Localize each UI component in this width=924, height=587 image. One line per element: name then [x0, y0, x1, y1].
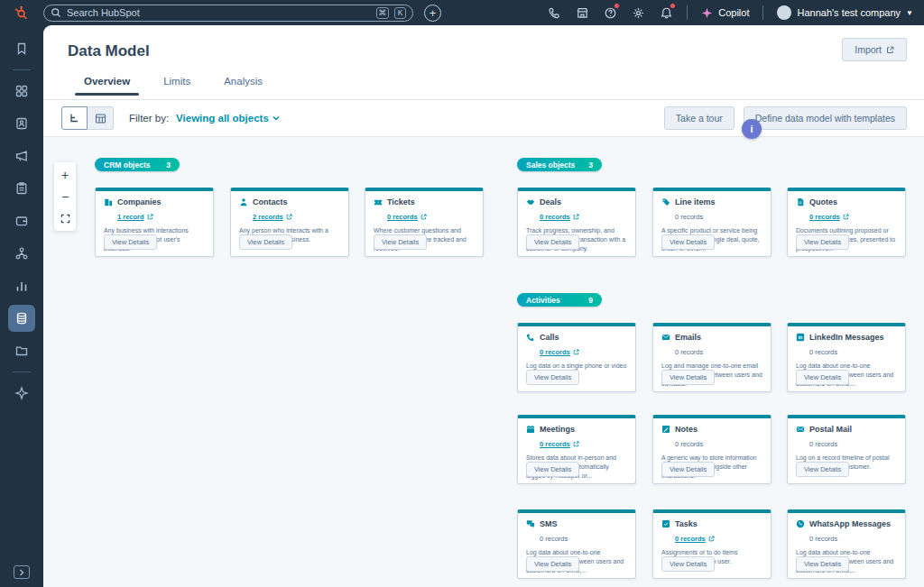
view-details-button[interactable]: View Details [374, 234, 427, 250]
tab-overview[interactable]: Overview [84, 76, 130, 96]
sidebar-item-ai[interactable] [8, 377, 35, 409]
settings-icon[interactable] [631, 5, 645, 20]
fullscreen-icon [60, 214, 70, 224]
view-details-button[interactable]: View Details [526, 234, 579, 250]
view-details-button[interactable]: View Details [796, 556, 849, 572]
group-name: CRM objects [104, 161, 150, 170]
view-details-button[interactable]: View Details [796, 234, 849, 250]
records-link[interactable]: 1 record [117, 213, 153, 221]
define-data-model-button[interactable]: Define data model with templates [744, 106, 907, 130]
app-window: ⌘ K + Copilot [0, 0, 924, 587]
object-card[interactable]: Line items 0 records A specific product … [652, 188, 772, 257]
notifications-icon[interactable] [659, 5, 673, 20]
envelope-icon [661, 333, 670, 342]
view-details-button[interactable]: View Details [661, 556, 715, 572]
object-card[interactable]: Emails 0 records Log and manage one-to-o… [652, 323, 772, 392]
tab-limits[interactable]: Limits [163, 76, 190, 96]
view-details-button[interactable]: View Details [796, 370, 849, 385]
view-toggle-group [61, 106, 114, 130]
group-pill: Sales objects 3 [517, 158, 602, 171]
zoom-out-button[interactable]: − [54, 186, 76, 207]
marketplace-icon[interactable] [575, 5, 589, 20]
object-card[interactable]: Quotes 0 records Documents outlining pro… [787, 188, 906, 257]
phone-icon[interactable] [547, 5, 561, 20]
object-card[interactable]: Meetings 0 records Stores data about in-… [517, 415, 636, 484]
object-card[interactable]: Contacts 2 records Any person who intera… [230, 188, 349, 257]
object-card[interactable]: Companies 1 record Any business with int… [95, 188, 214, 257]
create-button[interactable]: + [424, 5, 441, 22]
view-details-button[interactable]: View Details [104, 234, 157, 250]
external-link-icon [573, 214, 579, 220]
view-details-button[interactable]: View Details [661, 234, 715, 250]
records-link[interactable]: 0 records [387, 213, 427, 221]
records-link[interactable]: 0 records [540, 213, 579, 221]
view-details-button[interactable]: View Details [526, 556, 579, 572]
view-details-button[interactable]: View Details [661, 462, 715, 477]
tab-bar: Overview Limits Analysis [84, 76, 263, 96]
info-badge[interactable]: i [742, 119, 762, 139]
hubspot-logo-icon[interactable] [0, 5, 43, 20]
view-details-button[interactable]: View Details [661, 370, 715, 385]
table-view-icon [95, 113, 106, 124]
ticket-icon [374, 197, 383, 206]
group-count-badge: 3 [166, 161, 171, 170]
sidebar-item-automations[interactable] [8, 237, 35, 270]
records-link[interactable]: 2 records [253, 213, 292, 221]
view-details-button[interactable]: View Details [526, 462, 579, 477]
help-icon[interactable] [603, 5, 617, 20]
global-search[interactable]: ⌘ K [43, 5, 413, 22]
records-link[interactable]: 0 records [540, 348, 579, 356]
sidebar-item-library[interactable] [8, 335, 35, 367]
view-details-button[interactable]: View Details [796, 462, 849, 477]
sidebar-item-content[interactable] [8, 172, 35, 205]
import-button[interactable]: Import [842, 38, 907, 61]
object-card[interactable]: Notes 0 records A generic way to store i… [652, 415, 772, 484]
handshake-icon [526, 197, 535, 206]
copilot-button[interactable]: Copilot [701, 7, 749, 19]
top-navigation: ⌘ K + Copilot [0, 0, 924, 25]
sidebar-item-marketing[interactable] [8, 140, 35, 172]
take-a-tour-button[interactable]: Take a tour [664, 106, 735, 130]
tab-analysis[interactable]: Analysis [224, 76, 263, 96]
object-card[interactable]: in LinkedIn Messages 0 records Log data … [787, 323, 906, 392]
sidebar-item-reporting[interactable] [8, 270, 35, 302]
records-link[interactable]: 0 records [809, 213, 849, 221]
object-card[interactable]: WhatsApp Messages 0 records Log data abo… [787, 509, 906, 579]
fit-view-button[interactable] [54, 207, 76, 229]
filter-label: Filter by: [129, 113, 169, 124]
tree-view-toggle[interactable] [61, 106, 88, 130]
object-card[interactable]: Postal Mail 0 records Log on a record ti… [787, 415, 906, 484]
notifications-badge [670, 3, 676, 9]
filter-dropdown[interactable]: Viewing all objects [176, 113, 280, 124]
data-model-canvas[interactable]: + − CRM objects 3 Companies 1 record Any… [43, 137, 924, 587]
account-menu[interactable]: Hannah's test company ▼ [777, 5, 913, 20]
sidebar-expand-button[interactable] [14, 565, 30, 579]
object-card-title: Notes [675, 425, 698, 434]
object-card-title: Contacts [253, 197, 288, 206]
object-card[interactable]: Tasks 0 records Assignments or to do ite… [652, 509, 772, 579]
object-card[interactable]: Tickets 0 records Where customer questio… [365, 188, 484, 257]
view-details-button[interactable]: View Details [526, 370, 579, 385]
zoom-in-button[interactable]: + [54, 164, 76, 186]
search-input[interactable] [67, 7, 371, 18]
object-card[interactable]: Calls 0 records Log data on a single pho… [517, 323, 636, 392]
sidebar-item-crm[interactable] [8, 107, 35, 140]
sidebar-item-commerce[interactable] [8, 205, 35, 237]
mail-icon [796, 425, 805, 434]
calendar-icon [526, 425, 535, 434]
object-card-title: Quotes [809, 197, 837, 206]
sidebar-item-workspaces[interactable] [8, 75, 35, 107]
object-card[interactable]: SMS 0 records Log data about one-to-one … [517, 509, 636, 579]
table-view-toggle[interactable] [88, 106, 114, 130]
group-count-badge: 3 [588, 161, 593, 170]
tag-icon [661, 197, 670, 206]
object-card[interactable]: Deals 0 records Track progress, ownershi… [517, 188, 636, 257]
records-link[interactable]: 0 records [675, 535, 715, 543]
object-card-title: Companies [117, 197, 162, 206]
sidebar-item-bookmarks[interactable] [8, 32, 35, 65]
records-link[interactable]: 0 records [540, 440, 579, 448]
sidebar-item-data-model[interactable] [8, 305, 35, 332]
external-link-icon [147, 214, 153, 220]
object-card-title: Meetings [540, 425, 575, 434]
view-details-button[interactable]: View Details [239, 234, 292, 250]
